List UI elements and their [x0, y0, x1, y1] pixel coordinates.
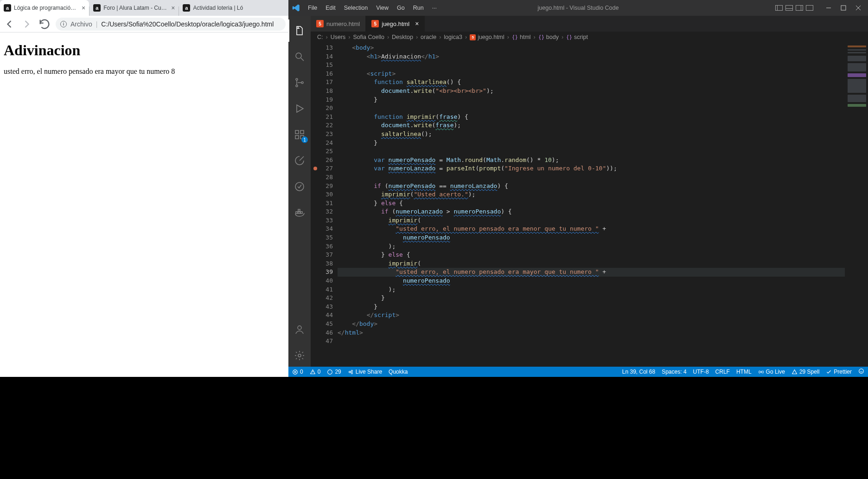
editor-area[interactable]: 1314151617181920212223242526272829303132… — [311, 43, 868, 367]
svg-rect-11 — [295, 136, 299, 139]
desktop-background — [0, 377, 868, 479]
status-live-share[interactable]: Live Share — [348, 369, 382, 375]
menu-view[interactable]: View — [372, 3, 392, 13]
address-bar[interactable]: i Archivo | C:/Users/Sofia%20Coello/Desk… — [56, 18, 286, 31]
breadcrumb-item[interactable]: C: — [317, 34, 323, 40]
close-icon[interactable]: × — [82, 4, 85, 12]
toggle-secondary-icon[interactable] — [796, 5, 803, 11]
docker-icon[interactable] — [288, 201, 311, 224]
forward-button[interactable] — [20, 18, 33, 31]
svg-point-18 — [298, 326, 301, 330]
status-quokka[interactable]: Quokka — [389, 369, 408, 375]
extensions-icon[interactable]: 1 — [288, 123, 311, 146]
window-controls — [770, 4, 868, 12]
tab-title: Lógica de programación: Concep — [14, 5, 79, 11]
toggle-sidebar-icon[interactable] — [775, 5, 783, 11]
rendered-page: Adivinacion usted erro, el numero pensad… — [0, 32, 288, 377]
line-number-gutter: 1314151617181920212223242526272829303132… — [311, 43, 338, 367]
breadcrumb-item[interactable]: juego.html — [478, 34, 504, 40]
breadcrumb[interactable]: C:› Users› Sofia Coello› Desktop› oracle… — [311, 32, 868, 43]
menu-file[interactable]: File — [304, 3, 321, 13]
status-language[interactable]: HTML — [736, 369, 752, 375]
editor-tab-numero[interactable]: 5 numero.html — [311, 16, 366, 32]
breadcrumb-item[interactable]: Desktop — [392, 34, 413, 40]
tab-label: juego.html — [382, 20, 409, 27]
tab-title: Actividad loteria | Ló — [193, 5, 243, 11]
close-icon[interactable]: × — [415, 20, 419, 27]
status-feedback-icon[interactable] — [858, 368, 864, 375]
editor-tab-juego[interactable]: 5 juego.html × — [366, 16, 425, 32]
menu-selection[interactable]: Selection — [340, 3, 371, 13]
menu-more[interactable]: ··· — [428, 3, 440, 13]
breadcrumb-item[interactable]: Sofia Coello — [353, 34, 384, 40]
svg-point-13 — [295, 182, 304, 191]
layout-controls — [775, 5, 813, 11]
close-icon[interactable]: × — [171, 4, 175, 12]
svg-point-31 — [859, 369, 864, 374]
svg-point-19 — [298, 354, 301, 357]
symbol-namespace-icon — [538, 34, 544, 40]
search-icon[interactable] — [288, 45, 311, 68]
breadcrumb-item[interactable]: oracle — [421, 34, 436, 40]
browser-tab-3[interactable]: a Actividad loteria | Ló — [179, 0, 247, 16]
svg-point-7 — [296, 85, 298, 87]
breadcrumb-item[interactable]: script — [574, 34, 588, 40]
breadcrumb-item[interactable]: Users — [331, 34, 346, 40]
customize-layout-icon[interactable] — [806, 5, 813, 11]
svg-rect-9 — [295, 130, 299, 134]
svg-point-8 — [301, 82, 303, 84]
url-scheme: Archivo — [70, 20, 92, 28]
run-debug-icon[interactable] — [288, 97, 311, 120]
source-control-icon[interactable] — [288, 71, 311, 94]
svg-rect-17 — [298, 209, 300, 211]
browser-tab-1[interactable]: a Lógica de programación: Concep × — [0, 0, 89, 16]
accounts-icon[interactable] — [288, 318, 311, 341]
browser-window: a Lógica de programación: Concep × a For… — [0, 0, 288, 377]
toggle-panel-icon[interactable] — [785, 5, 793, 11]
favicon: a — [93, 4, 101, 12]
status-errors[interactable]: 0 — [292, 369, 303, 375]
status-spaces[interactable]: Spaces: 4 — [662, 369, 686, 375]
svg-rect-16 — [300, 212, 302, 214]
svg-rect-15 — [298, 212, 300, 214]
minimize-button[interactable] — [824, 4, 833, 12]
menu-edit[interactable]: Edit — [322, 3, 339, 13]
svg-rect-14 — [296, 212, 298, 214]
symbol-namespace-icon — [512, 34, 518, 40]
status-cursor[interactable]: Ln 39, Col 68 — [622, 369, 655, 375]
breadcrumb-item[interactable]: html — [520, 34, 531, 40]
svg-point-24 — [328, 369, 332, 374]
svg-rect-10 — [300, 130, 304, 134]
back-button[interactable] — [3, 18, 16, 31]
status-eol[interactable]: CRLF — [715, 369, 730, 375]
editor-group: 5 numero.html 5 juego.html × C:› Users› … — [311, 16, 868, 367]
menu-run[interactable]: Run — [409, 3, 428, 13]
breadcrumb-item[interactable]: body — [546, 34, 559, 40]
status-go-live[interactable]: Go Live — [758, 369, 785, 375]
timeline-icon[interactable] — [288, 175, 311, 198]
svg-point-6 — [296, 78, 298, 80]
remote-icon[interactable] — [288, 149, 311, 172]
status-prettier[interactable]: Prettier — [826, 369, 852, 375]
status-encoding[interactable]: UTF-8 — [693, 369, 709, 375]
page-message: usted erro, el numero pensado era mayor … — [4, 67, 285, 76]
browser-tab-2[interactable]: a Foro | Alura Latam - Cursos onlin × — [89, 0, 179, 16]
maximize-button[interactable] — [839, 4, 848, 12]
menu-go[interactable]: Go — [393, 3, 408, 13]
code-content[interactable]: <body> <h1>Adivinacion</h1> <script> fun… — [338, 43, 845, 367]
svg-point-30 — [760, 371, 761, 372]
tab-label: numero.html — [326, 20, 360, 27]
svg-point-4 — [296, 53, 301, 58]
explorer-icon[interactable] — [288, 19, 311, 42]
close-button[interactable] — [854, 4, 862, 12]
reload-button[interactable] — [38, 18, 51, 31]
settings-gear-icon[interactable] — [288, 344, 311, 367]
minimap[interactable] — [845, 43, 868, 367]
status-warnings[interactable]: 0 — [310, 369, 321, 375]
svg-point-25 — [349, 371, 350, 372]
symbol-namespace-icon — [566, 34, 572, 40]
svg-line-5 — [301, 58, 304, 61]
status-info[interactable]: 29 — [327, 369, 341, 375]
status-spell[interactable]: 29 Spell — [791, 369, 819, 375]
breadcrumb-item[interactable]: logica3 — [444, 34, 462, 40]
